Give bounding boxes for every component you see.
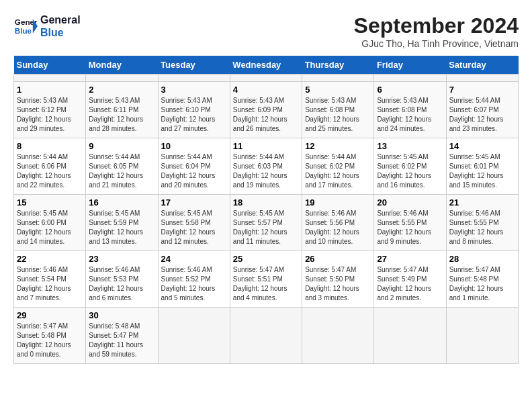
day-number: 30 [89,310,154,320]
day-number: 26 [305,254,371,264]
day-info: Sunrise: 5:44 AMSunset: 6:03 PMDaylight:… [233,152,299,190]
day-number: 11 [233,141,299,151]
day-number: 10 [161,141,227,151]
day-info: Sunrise: 5:46 AMSunset: 5:52 PMDaylight:… [161,265,227,303]
svg-text:Blue: Blue [15,26,32,35]
day-number: 12 [305,141,371,151]
calendar-cell: 10Sunrise: 5:44 AMSunset: 6:04 PMDayligh… [158,138,230,195]
day-info: Sunrise: 5:46 AMSunset: 5:54 PMDaylight:… [17,265,83,303]
calendar-cell: 20Sunrise: 5:46 AMSunset: 5:55 PMDayligh… [374,195,446,251]
calendar-cell: 5Sunrise: 5:43 AMSunset: 6:08 PMDaylight… [302,82,374,138]
calendar-cell: 13Sunrise: 5:45 AMSunset: 6:02 PMDayligh… [374,138,446,195]
calendar-cell: 1Sunrise: 5:43 AMSunset: 6:12 PMDaylight… [14,82,86,138]
day-info: Sunrise: 5:44 AMSunset: 6:02 PMDaylight:… [305,152,371,190]
calendar-cell: 6Sunrise: 5:43 AMSunset: 6:08 PMDaylight… [374,82,446,138]
day-info: Sunrise: 5:47 AMSunset: 5:49 PMDaylight:… [377,265,443,303]
day-info: Sunrise: 5:47 AMSunset: 5:48 PMDaylight:… [17,322,83,359]
day-number: 24 [161,254,227,264]
weekday-saturday: Saturday [446,56,518,75]
day-number: 13 [377,141,443,151]
calendar-cell: 12Sunrise: 5:44 AMSunset: 6:02 PMDayligh… [302,138,374,195]
calendar-cell: 7Sunrise: 5:44 AMSunset: 6:07 PMDaylight… [446,82,518,138]
calendar-cell: 11Sunrise: 5:44 AMSunset: 6:03 PMDayligh… [230,138,302,195]
calendar-week-5: 29Sunrise: 5:47 AMSunset: 5:48 PMDayligh… [14,308,519,364]
calendar-cell [158,308,230,364]
calendar-cell: 29Sunrise: 5:47 AMSunset: 5:48 PMDayligh… [14,308,86,364]
day-number: 15 [17,197,83,208]
day-info: Sunrise: 5:43 AMSunset: 6:08 PMDaylight:… [305,96,371,134]
calendar-cell [230,75,302,82]
day-info: Sunrise: 5:43 AMSunset: 6:09 PMDaylight:… [233,96,299,134]
day-info: Sunrise: 5:44 AMSunset: 6:04 PMDaylight:… [161,152,227,190]
logo-icon: General Blue [13,14,38,38]
day-number: 2 [89,85,154,95]
day-number: 27 [377,254,443,264]
calendar-cell [230,308,302,364]
day-info: Sunrise: 5:47 AMSunset: 5:48 PMDaylight:… [449,265,515,303]
day-info: Sunrise: 5:46 AMSunset: 5:56 PMDaylight:… [305,209,371,246]
month-title: September 2024 [354,13,519,38]
calendar-cell: 25Sunrise: 5:47 AMSunset: 5:51 PMDayligh… [230,251,302,308]
day-info: Sunrise: 5:43 AMSunset: 6:11 PMDaylight:… [89,96,154,134]
calendar-body: 1Sunrise: 5:43 AMSunset: 6:12 PMDaylight… [14,75,519,364]
day-number: 22 [17,254,83,264]
calendar-cell: 14Sunrise: 5:45 AMSunset: 6:01 PMDayligh… [446,138,518,195]
day-number: 4 [233,85,299,95]
calendar-cell: 3Sunrise: 5:43 AMSunset: 6:10 PMDaylight… [158,82,230,138]
weekday-thursday: Thursday [302,56,374,75]
day-number: 21 [449,197,515,208]
day-info: Sunrise: 5:47 AMSunset: 5:50 PMDaylight:… [305,265,371,303]
day-info: Sunrise: 5:44 AMSunset: 6:07 PMDaylight:… [449,96,515,134]
calendar-cell: 4Sunrise: 5:43 AMSunset: 6:09 PMDaylight… [230,82,302,138]
day-info: Sunrise: 5:45 AMSunset: 5:57 PMDaylight:… [233,209,299,246]
logo: General Blue General Blue [13,13,81,39]
calendar-cell: 2Sunrise: 5:43 AMSunset: 6:11 PMDaylight… [86,82,158,138]
calendar-week-2: 8Sunrise: 5:44 AMSunset: 6:06 PMDaylight… [14,138,519,195]
day-number: 18 [233,197,299,208]
calendar-cell [374,75,446,82]
day-info: Sunrise: 5:44 AMSunset: 6:06 PMDaylight:… [17,152,83,190]
page-header: General Blue General Blue September 2024… [13,13,519,49]
logo-blue: Blue [40,26,81,39]
day-number: 19 [305,197,371,208]
calendar-cell: 21Sunrise: 5:46 AMSunset: 5:55 PMDayligh… [446,195,518,251]
day-number: 7 [449,85,515,95]
calendar-week-1: 1Sunrise: 5:43 AMSunset: 6:12 PMDaylight… [14,82,519,138]
day-number: 14 [449,141,515,151]
day-info: Sunrise: 5:48 AMSunset: 5:47 PMDaylight:… [89,322,154,359]
calendar-cell: 16Sunrise: 5:45 AMSunset: 5:59 PMDayligh… [86,195,158,251]
day-info: Sunrise: 5:43 AMSunset: 6:12 PMDaylight:… [17,96,83,134]
weekday-monday: Monday [86,56,158,75]
title-area: September 2024 GJuc Tho, Ha Tinh Provinc… [354,13,519,49]
day-info: Sunrise: 5:45 AMSunset: 6:02 PMDaylight:… [377,152,443,190]
calendar-cell [14,75,86,82]
day-info: Sunrise: 5:45 AMSunset: 5:59 PMDaylight:… [89,209,154,246]
day-info: Sunrise: 5:45 AMSunset: 5:58 PMDaylight:… [161,209,227,246]
day-number: 1 [17,85,83,95]
calendar-cell: 27Sunrise: 5:47 AMSunset: 5:49 PMDayligh… [374,251,446,308]
day-info: Sunrise: 5:46 AMSunset: 5:53 PMDaylight:… [89,265,154,303]
calendar-cell: 22Sunrise: 5:46 AMSunset: 5:54 PMDayligh… [14,251,86,308]
calendar-table: SundayMondayTuesdayWednesdayThursdayFrid… [13,56,519,364]
calendar-week-0 [14,75,519,82]
weekday-tuesday: Tuesday [158,56,230,75]
day-number: 20 [377,197,443,208]
calendar-cell: 23Sunrise: 5:46 AMSunset: 5:53 PMDayligh… [86,251,158,308]
logo-general: General [40,13,81,26]
calendar-cell [302,308,374,364]
day-number: 25 [233,254,299,264]
calendar-cell: 19Sunrise: 5:46 AMSunset: 5:56 PMDayligh… [302,195,374,251]
day-number: 8 [17,141,83,151]
weekday-header-row: SundayMondayTuesdayWednesdayThursdayFrid… [14,56,519,75]
day-info: Sunrise: 5:47 AMSunset: 5:51 PMDaylight:… [233,265,299,303]
calendar-cell [374,308,446,364]
weekday-wednesday: Wednesday [230,56,302,75]
day-number: 3 [161,85,227,95]
calendar-cell: 9Sunrise: 5:44 AMSunset: 6:05 PMDaylight… [86,138,158,195]
day-info: Sunrise: 5:46 AMSunset: 5:55 PMDaylight:… [377,209,443,246]
calendar-cell [158,75,230,82]
day-number: 5 [305,85,371,95]
calendar-cell [446,308,518,364]
calendar-cell: 30Sunrise: 5:48 AMSunset: 5:47 PMDayligh… [86,308,158,364]
calendar-cell: 8Sunrise: 5:44 AMSunset: 6:06 PMDaylight… [14,138,86,195]
